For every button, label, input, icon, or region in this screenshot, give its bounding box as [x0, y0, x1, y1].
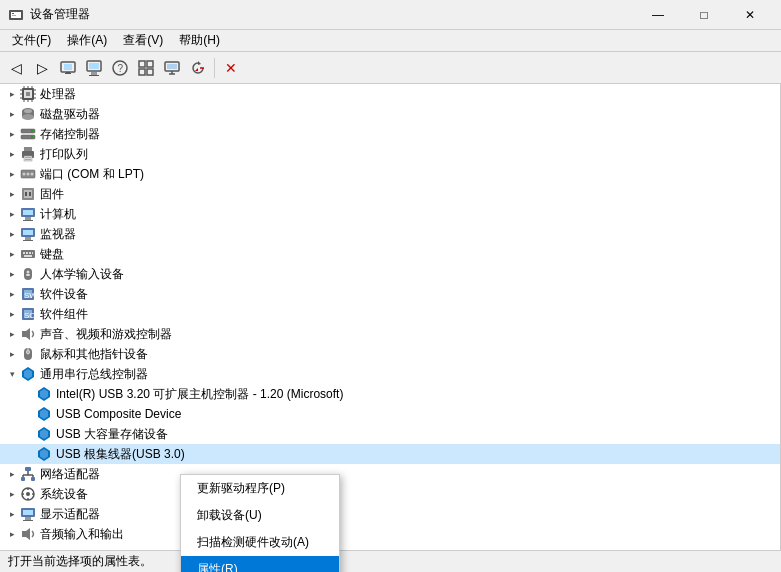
toolbar-btn4[interactable] [82, 56, 106, 80]
expand-soft2[interactable] [4, 306, 20, 322]
context-menu-properties[interactable]: 属性(R) [181, 556, 339, 572]
tree-item-storage[interactable]: 存储控制器 [0, 124, 780, 144]
usb-composite-label: USB Composite Device [56, 407, 181, 421]
expand-keyboard[interactable] [4, 246, 20, 262]
tree-item-hid[interactable]: 人体学输入设备 [0, 264, 780, 284]
toolbar-btn6[interactable] [134, 56, 158, 80]
maximize-button[interactable]: □ [681, 0, 727, 30]
expand-hid[interactable] [4, 266, 20, 282]
expand-network[interactable] [4, 466, 20, 482]
tree-item-soft1[interactable]: SW 软件设备 [0, 284, 780, 304]
tree-item-port[interactable]: 端口 (COM 和 LPT) [0, 164, 780, 184]
tree-item-network[interactable]: 网络适配器 [0, 464, 780, 484]
soft1-label: 软件设备 [40, 286, 88, 303]
expand-firmware[interactable] [4, 186, 20, 202]
expand-disk[interactable] [4, 106, 20, 122]
tree-item-system[interactable]: 系统设备 [0, 484, 780, 504]
svg-rect-62 [23, 210, 33, 215]
menu-action[interactable]: 操作(A) [59, 30, 115, 51]
menu-file[interactable]: 文件(F) [4, 30, 59, 51]
help-button[interactable]: ? [108, 56, 132, 80]
minimize-button[interactable]: — [635, 0, 681, 30]
firmware-icon [20, 186, 36, 202]
tree-item-sound[interactable]: 声音、视频和游戏控制器 [0, 324, 780, 344]
device-tree[interactable]: 处理器 磁盘驱动器 存储控制器 打印队列 [0, 84, 781, 550]
expand-processors[interactable] [4, 86, 20, 102]
back-button[interactable]: ◁ [4, 56, 28, 80]
context-menu: 更新驱动程序(P) 卸载设备(U) 扫描检测硬件改动(A) 属性(R) [180, 474, 340, 572]
tree-item-usb-intel[interactable]: Intel(R) USB 3.20 可扩展主机控制器 - 1.20 (Micro… [0, 384, 780, 404]
status-bar: 打开当前选择项的属性表。 [0, 550, 781, 572]
keyboard-label: 键盘 [40, 246, 64, 263]
delete-button[interactable]: ✕ [219, 56, 243, 80]
expand-port[interactable] [4, 166, 20, 182]
monitor-label: 监视器 [40, 226, 76, 243]
toolbar-btn7[interactable] [160, 56, 184, 80]
tree-item-monitor[interactable]: 监视器 [0, 224, 780, 244]
grid-icon [138, 60, 154, 76]
tree-item-soft2[interactable]: SC 软件组件 [0, 304, 780, 324]
tree-item-audio[interactable]: 音频输入和输出 [0, 524, 780, 544]
svg-marker-84 [22, 328, 30, 340]
expand-audio[interactable] [4, 526, 20, 542]
tree-item-usb-controller[interactable]: 通用串行总线控制器 [0, 364, 780, 384]
tree-item-keyboard[interactable]: 键盘 [0, 244, 780, 264]
svg-marker-22 [198, 61, 201, 65]
expand-storage[interactable] [4, 126, 20, 142]
context-menu-uninstall[interactable]: 卸载设备(U) [181, 502, 339, 529]
toolbar-btn3[interactable] [56, 56, 80, 80]
expand-mouse[interactable] [4, 346, 20, 362]
expand-monitor[interactable] [4, 226, 20, 242]
svg-rect-63 [25, 217, 31, 220]
context-menu-scan[interactable]: 扫描检测硬件改动(A) [181, 529, 339, 556]
expand-sound[interactable] [4, 326, 20, 342]
tree-item-usb-hub[interactable]: USB 根集线器(USB 3.0) [0, 444, 780, 464]
expand-display[interactable] [4, 506, 20, 522]
close-button[interactable]: ✕ [727, 0, 773, 30]
tree-item-usb-mass[interactable]: USB 大容量存储设备 [0, 424, 780, 444]
expand-system[interactable] [4, 486, 20, 502]
svg-rect-68 [23, 240, 33, 241]
menu-help[interactable]: 帮助(H) [171, 30, 228, 51]
network-label: 网络适配器 [40, 466, 100, 483]
computer-label: 计算机 [40, 206, 76, 223]
menu-view[interactable]: 查看(V) [115, 30, 171, 51]
usb-icon [20, 366, 36, 382]
context-menu-update-driver[interactable]: 更新驱动程序(P) [181, 475, 339, 502]
tree-item-processors[interactable]: 处理器 [0, 84, 780, 104]
toolbar-separator [214, 58, 215, 78]
main-content: 处理器 磁盘驱动器 存储控制器 打印队列 [0, 84, 781, 550]
svg-rect-5 [64, 64, 72, 70]
svg-point-56 [31, 173, 34, 176]
svg-rect-99 [21, 477, 25, 481]
svg-point-54 [23, 173, 26, 176]
svg-rect-74 [24, 255, 32, 257]
svg-rect-16 [139, 69, 145, 75]
usb-hub-label: USB 根集线器(USB 3.0) [56, 446, 185, 463]
tree-item-display[interactable]: 显示适配器 [0, 504, 780, 524]
tree-item-firmware[interactable]: 固件 [0, 184, 780, 204]
svg-rect-71 [26, 252, 28, 254]
expand-printer[interactable] [4, 146, 20, 162]
tree-item-printer[interactable]: 打印队列 [0, 144, 780, 164]
expand-usb[interactable] [4, 366, 20, 382]
monitor-icon2 [20, 226, 36, 242]
svg-point-47 [31, 136, 33, 138]
svg-point-76 [27, 271, 30, 274]
svg-rect-59 [25, 192, 27, 196]
sound-icon [20, 326, 36, 342]
tree-item-computer[interactable]: 计算机 [0, 204, 780, 224]
svg-rect-27 [26, 92, 30, 96]
monitor-small-icon [60, 60, 76, 76]
tree-item-disk[interactable]: 磁盘驱动器 [0, 104, 780, 124]
expand-soft1[interactable] [4, 286, 20, 302]
monitor2-icon [164, 60, 180, 76]
expand-computer[interactable] [4, 206, 20, 222]
tree-item-usb-composite[interactable]: USB Composite Device [0, 404, 780, 424]
svg-rect-114 [23, 520, 33, 521]
tree-item-mouse[interactable]: 鼠标和其他指针设备 [0, 344, 780, 364]
svg-rect-66 [23, 230, 33, 235]
forward-button[interactable]: ▷ [30, 56, 54, 80]
svg-rect-9 [89, 63, 99, 69]
toolbar-btn8[interactable] [186, 56, 210, 80]
